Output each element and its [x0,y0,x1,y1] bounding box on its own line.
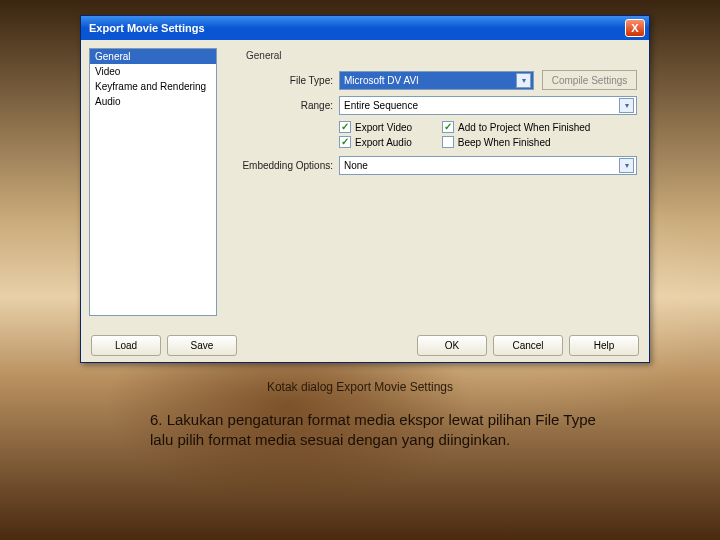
compile-settings-button: Compile Settings [542,70,637,90]
range-value: Entire Sequence [344,100,418,111]
export-video-checkbox[interactable]: ✓ Export Video [339,121,412,133]
embed-value: None [344,160,368,171]
dialog-footer: Load Save OK Cancel Help [81,328,649,362]
export-video-label: Export Video [355,122,412,133]
sidebar-item-general[interactable]: General [90,49,216,64]
sidebar-item-keyframe[interactable]: Keyframe and Rendering [90,79,216,94]
slide-instruction: 6. Lakukan pengaturan format media ekspo… [150,410,610,449]
slide-caption: Kotak dialog Export Movie Settings [0,380,720,394]
checkbox-checked-icon: ✓ [442,121,454,133]
range-dropdown[interactable]: Entire Sequence ▾ [339,96,637,115]
export-audio-checkbox[interactable]: ✓ Export Audio [339,136,412,148]
beep-checkbox[interactable]: Beep When Finished [442,136,551,148]
embed-dropdown[interactable]: None ▾ [339,156,637,175]
category-sidebar: General Video Keyframe and Rendering Aud… [89,48,217,316]
cancel-button[interactable]: Cancel [493,335,563,356]
save-button[interactable]: Save [167,335,237,356]
help-button[interactable]: Help [569,335,639,356]
chevron-down-icon: ▾ [516,73,531,88]
ok-button[interactable]: OK [417,335,487,356]
beep-label: Beep When Finished [458,137,551,148]
general-form: File Type: Microsoft DV AVI ▾ Compile Se… [229,70,637,181]
file-type-value: Microsoft DV AVI [344,75,419,86]
panel-title: General [246,50,282,61]
sidebar-item-video[interactable]: Video [90,64,216,79]
export-settings-dialog: Export Movie Settings X General Video Ke… [80,15,650,363]
file-type-label: File Type: [229,75,339,86]
embed-label: Embedding Options: [229,160,339,171]
sidebar-item-audio[interactable]: Audio [90,94,216,109]
checkbox-unchecked-icon [442,136,454,148]
checkbox-checked-icon: ✓ [339,121,351,133]
chevron-down-icon: ▾ [619,98,634,113]
export-audio-label: Export Audio [355,137,412,148]
close-icon: X [631,22,638,34]
add-to-project-label: Add to Project When Finished [458,122,590,133]
chevron-down-icon: ▾ [619,158,634,173]
checkbox-checked-icon: ✓ [339,136,351,148]
load-button[interactable]: Load [91,335,161,356]
close-button[interactable]: X [625,19,645,37]
titlebar[interactable]: Export Movie Settings X [81,16,649,40]
range-label: Range: [229,100,339,111]
add-to-project-checkbox[interactable]: ✓ Add to Project When Finished [442,121,590,133]
window-title: Export Movie Settings [85,22,205,34]
file-type-dropdown[interactable]: Microsoft DV AVI ▾ [339,71,534,90]
dialog-body: General Video Keyframe and Rendering Aud… [81,40,649,328]
